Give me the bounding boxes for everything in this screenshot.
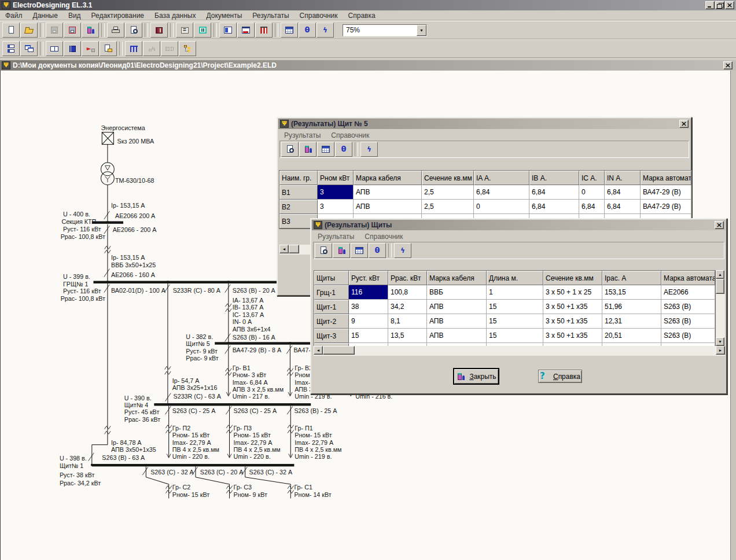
toolbar-button-table-grid[interactable] — [351, 243, 368, 258]
column-header[interactable]: Ррас. кВт — [388, 271, 427, 285]
toolbar-button-open-folder[interactable] — [20, 23, 38, 38]
toolbar-button-table-grid[interactable] — [317, 142, 334, 157]
table-cell[interactable]: АПВ — [427, 314, 487, 329]
table-cell[interactable]: АПВ — [354, 200, 422, 214]
table-cell[interactable]: АПВ — [427, 329, 487, 343]
toolbar-button-equals-box[interactable] — [176, 23, 193, 38]
help-button[interactable]: Справка — [538, 370, 582, 383]
menu-item-Данные[interactable]: Данные — [28, 10, 63, 20]
column-header[interactable]: Наим. гр. — [279, 171, 318, 185]
menu-item-Документы[interactable]: Документы — [201, 10, 248, 20]
column-header[interactable]: Щиты — [314, 271, 349, 285]
menu-item-Рузультаты[interactable]: Рузультаты — [279, 130, 326, 141]
toolbar-button-columns-red[interactable] — [255, 23, 273, 38]
scroll-thumb[interactable] — [323, 346, 355, 355]
column-header[interactable]: IB А. — [529, 171, 579, 185]
toolbar-button-key[interactable] — [394, 243, 411, 258]
dialog-shields-title-bar[interactable]: (Результаты) Щиты — [312, 220, 726, 230]
table-cell[interactable]: 2,5 — [422, 200, 474, 214]
toolbar-button-table-columns[interactable] — [125, 41, 142, 56]
toolbar-button-print-preview[interactable] — [281, 142, 299, 157]
column-header[interactable]: Рном кВт — [318, 171, 354, 185]
table-cell[interactable]: 6,84 — [605, 200, 641, 214]
toolbar-button-exit-door[interactable] — [333, 243, 350, 258]
table-cell[interactable]: 6,84 — [605, 185, 641, 200]
column-header[interactable]: Марка кабеля — [354, 171, 422, 185]
toolbar-button-open-book[interactable] — [46, 41, 63, 56]
table-cell[interactable]: 12,31 — [602, 314, 661, 329]
row-header[interactable]: Грщ-1 — [314, 285, 349, 300]
table-cell[interactable]: 38 — [349, 300, 388, 314]
table-cell[interactable]: 15 — [349, 329, 388, 343]
row-header[interactable]: Щит-2 — [314, 314, 349, 329]
toolbar-button-print-preview[interactable] — [125, 23, 142, 38]
dialog-shield5-title-bar[interactable]: (Результаты) Щит № 5 — [278, 119, 690, 129]
table-cell[interactable]: 15 — [487, 329, 543, 343]
table-cell[interactable]: 51,96 — [602, 300, 661, 314]
toolbar-button-theta[interactable] — [299, 23, 316, 38]
column-header[interactable]: Iрас. А — [602, 271, 661, 285]
toolbar-button-window-redbar[interactable] — [237, 23, 255, 38]
column-header[interactable]: IC А. — [579, 171, 605, 185]
menu-item-Результаты[interactable]: Результаты — [247, 10, 294, 20]
table-cell[interactable]: 2,5 — [422, 185, 474, 200]
table-cell[interactable]: ВА47-29 (В) — [641, 185, 691, 200]
scroll-down-button[interactable]: ▼ — [716, 337, 724, 346]
table-cell[interactable]: 3 — [318, 200, 354, 214]
table-cell[interactable]: 6,84 — [529, 185, 579, 200]
chevron-down-icon[interactable] — [417, 25, 426, 36]
scroll-right-button[interactable]: ► — [716, 346, 725, 355]
table-cell[interactable]: S263 (В) — [661, 329, 715, 343]
menu-item-Справка[interactable]: Справка — [343, 10, 381, 20]
column-header[interactable]: Марка автомата — [661, 271, 715, 285]
table-cell[interactable]: 3 x 50 +1 x35 — [543, 314, 602, 329]
toolbar-button-print[interactable] — [107, 23, 124, 38]
menu-item-Вид[interactable]: Вид — [63, 10, 86, 20]
menu-item-Редактирование[interactable]: Редактирование — [86, 10, 149, 20]
toolbar-button-save-marked[interactable] — [64, 23, 81, 38]
table-cell[interactable]: 3 x 50 +1 x35 — [543, 329, 602, 343]
row-header[interactable]: Щит-1 — [314, 300, 349, 314]
table-cell[interactable]: АПВ — [354, 185, 422, 200]
table-cell[interactable]: 8,1 — [388, 314, 427, 329]
table-cell[interactable]: 100,8 — [388, 285, 427, 300]
table-cell[interactable]: 15 — [487, 314, 543, 329]
table-cell[interactable]: 6,84 — [474, 185, 529, 200]
main-title-bar[interactable]: ElectroDesigning EL.3.1 — [0, 0, 736, 10]
scroll-thumb[interactable] — [716, 279, 724, 294]
toolbar-button-window-columns[interactable] — [219, 23, 237, 38]
menu-item-База данных[interactable]: База данных — [149, 10, 201, 20]
horizontal-scrollbar[interactable]: ◄ ► — [314, 346, 725, 356]
toolbar-button-dotted-field[interactable] — [161, 41, 178, 56]
column-header[interactable]: Руст. кВт — [349, 271, 388, 285]
toolbar-button-chart[interactable] — [143, 41, 160, 56]
toolbar-button-report-book[interactable] — [150, 23, 168, 38]
toolbar-button-theta[interactable] — [369, 243, 386, 258]
column-header[interactable]: IN А. — [605, 171, 641, 185]
scroll-left-button[interactable]: ◄ — [279, 245, 289, 253]
table-cell[interactable]: АПВ — [427, 300, 487, 314]
column-header[interactable]: Длина м. — [487, 271, 543, 285]
table-cell[interactable]: 153,15 — [602, 285, 661, 300]
row-header[interactable]: Щит-3 — [314, 329, 349, 343]
table-cell[interactable]: 34,2 — [388, 300, 427, 314]
table-cell[interactable]: АЕ2066 — [661, 285, 715, 300]
document-close-button[interactable] — [723, 61, 733, 69]
scroll-left-button[interactable]: ◄ — [314, 346, 323, 355]
menu-item-Справочник[interactable]: Справочник — [359, 231, 408, 242]
table-cell[interactable]: S263 (В) — [661, 314, 715, 329]
toolbar-button-table-grid[interactable] — [281, 23, 298, 38]
menu-item-Файл[interactable]: Файл — [0, 10, 28, 20]
row-header[interactable]: В1 — [279, 185, 318, 200]
table-cell[interactable]: 3 — [318, 185, 354, 200]
document-title-bar[interactable]: D:\Мои документы копия\Леонид01\ElectroD… — [0, 60, 736, 71]
table-cell[interactable]: 0 — [579, 185, 605, 200]
toolbar-button-copy-document[interactable] — [100, 41, 117, 56]
zoom-select[interactable]: 75% — [343, 24, 427, 36]
toolbar-button-cascade-windows[interactable] — [20, 41, 38, 56]
dialog-shield5-close-button[interactable] — [679, 120, 689, 128]
toolbar-button-theta[interactable] — [335, 142, 352, 157]
toolbar-button-key[interactable] — [317, 23, 334, 38]
scroll-up-button[interactable]: ▲ — [716, 270, 724, 279]
table-cell[interactable]: ВВБ — [427, 285, 487, 300]
